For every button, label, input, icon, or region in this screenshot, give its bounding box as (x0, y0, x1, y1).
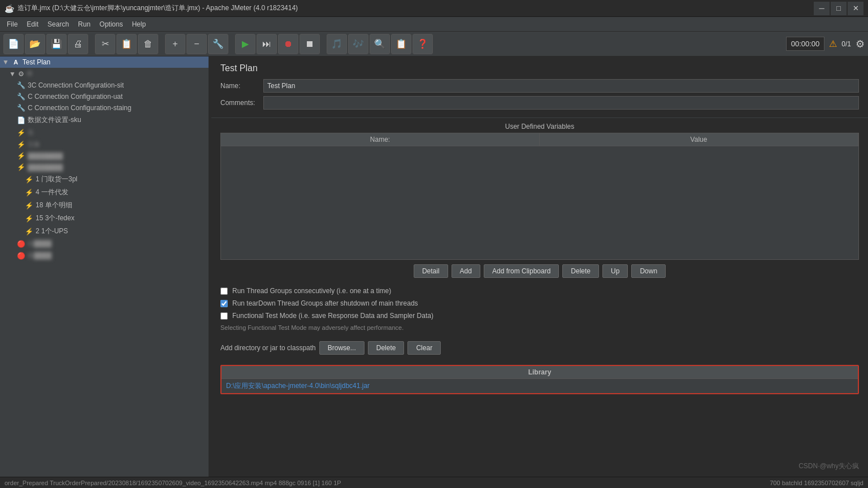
start-no-pause-button[interactable]: ⏭ (257, 34, 277, 54)
cut-button[interactable]: ✂ (95, 34, 115, 54)
detail-button[interactable]: Detail (414, 264, 448, 278)
tree-panel: ▼ A Test Plan ▼ ⚙ 单 🔧 3C Connection Conf… (0, 56, 209, 477)
table-actions: Detail Add Add from Clipboard Delete Up … (220, 264, 859, 278)
open-button[interactable]: 📂 (25, 34, 45, 54)
tree-item-conn-sit[interactable]: 🔧 3C Connection Configuration-sit (0, 80, 209, 91)
menu-file[interactable]: File (2, 19, 22, 30)
menu-options[interactable]: Options (95, 19, 127, 30)
option-row-teardown: Run tearDown Thread Groups after shutdow… (220, 299, 859, 307)
name-input[interactable] (263, 79, 859, 93)
main-layout: ▼ A Test Plan ▼ ⚙ 单 🔧 3C Connection Conf… (0, 56, 868, 477)
run-teardown-checkbox[interactable] (220, 300, 228, 307)
start-button[interactable]: ▶ (235, 34, 255, 54)
template-button[interactable]: 📋 (391, 34, 411, 54)
browse-button[interactable]: Browse... (319, 341, 364, 355)
testplan-icon: A (11, 58, 20, 66)
thread-icon: ⚡ (25, 228, 33, 236)
save-button[interactable]: 💾 (46, 34, 67, 54)
menu-help[interactable]: Help (127, 19, 150, 30)
run-consecutive-checkbox[interactable] (220, 287, 228, 295)
find-button[interactable]: 🔍 (370, 34, 390, 54)
delete-button[interactable]: Delete (562, 264, 599, 278)
stop-button[interactable]: ⏺ (278, 34, 298, 54)
clear-button[interactable]: Clear (407, 341, 441, 355)
clear-button[interactable]: 🎵 (327, 34, 347, 54)
down-button[interactable]: Down (631, 264, 666, 278)
ups-label: 2 1个-UPS (36, 226, 68, 236)
file-icon: 📄 (17, 116, 25, 124)
toggle-button[interactable]: 🔧 (208, 34, 228, 54)
functional-mode-checkbox[interactable] (220, 312, 228, 320)
collapse-button[interactable]: − (186, 34, 207, 54)
conn-icon: 🔧 (17, 81, 25, 89)
conn-label: 3C Connection Configuration-sit (28, 81, 124, 89)
tree-item-result2[interactable]: 🔴 统████ (0, 250, 209, 262)
option-row-consecutive: Run Thread Groups consecutively (i.e. on… (220, 287, 859, 295)
menu-run[interactable]: Run (73, 19, 95, 30)
add-button[interactable]: Add (452, 264, 480, 278)
tree-item-ups[interactable]: ⚡ 2 1个-UPS (0, 225, 209, 238)
menu-bar: File Edit Search Run Options Help (0, 17, 868, 32)
tree-item-result1[interactable]: 🔴 结████ (0, 238, 209, 250)
save-as-button[interactable]: 🖨 (68, 34, 88, 54)
name-label: 名 (28, 128, 34, 137)
result-icon: 🔴 (17, 240, 25, 248)
tree-item-datafile[interactable]: 📄 数据文件设置-sku (0, 114, 209, 127)
tree-item-group[interactable]: ▼ ⚙ 单 (0, 68, 209, 80)
tree-item-conn-staing[interactable]: 🔧 C Connection Configuration-staing (0, 102, 209, 114)
settings-icon[interactable]: ⚙ (856, 38, 865, 50)
tree-item-dange[interactable]: ⚡ 18 单个明细 (0, 199, 209, 212)
name-field-row: Name: (220, 79, 859, 93)
run-teardown-label: Run tearDown Thread Groups after shutdow… (232, 299, 418, 307)
watermark: CSDN·@why失心疯 (798, 461, 859, 471)
shutdown-button[interactable]: ⏹ (300, 34, 320, 54)
warning-icon: ⚠ (829, 38, 837, 49)
tree-item-yijian[interactable]: ⚡ 4 一件代发 (0, 186, 209, 199)
tree-item-fedex[interactable]: ⚡ 15 3个-fedex (0, 212, 209, 225)
counter-display: 0/1 (841, 40, 851, 48)
comments-label: 注备 (28, 140, 40, 149)
group-icon: ⚙ (18, 70, 24, 78)
maximize-button[interactable]: □ (831, 2, 847, 15)
copy-button[interactable]: 📋 (116, 34, 137, 54)
classpath-delete-button[interactable]: Delete (368, 341, 405, 355)
functional-note: Selecting Functional Test Mode may adver… (220, 324, 859, 331)
file-icon: ⚡ (17, 152, 25, 160)
conn-icon: 🔧 (17, 104, 25, 112)
clear-all-button[interactable]: 🎶 (348, 34, 368, 54)
close-button[interactable]: ✕ (848, 2, 863, 15)
comments-field-row: Comments: (220, 96, 859, 110)
minimize-button[interactable]: ─ (814, 2, 830, 15)
classpath-row: Add directory or jar to classpath Browse… (220, 341, 859, 355)
conn-label: C Connection Configuration-uat (28, 93, 123, 101)
help-button[interactable]: ❓ (413, 34, 433, 54)
menu-edit[interactable]: Edit (22, 19, 43, 30)
dange-label: 18 单个明细 (36, 201, 72, 210)
window-title: 造订单.jmx (D:\大健云仓\jmter脚本\yuncangjmter\造订… (18, 3, 814, 13)
vars-value-header: Value (540, 133, 858, 146)
up-button[interactable]: Up (602, 264, 628, 278)
tree-item-testplan[interactable]: ▼ A Test Plan (0, 56, 209, 68)
file-icon: ⚡ (17, 129, 25, 137)
tree-item-name[interactable]: ⚡ 名 (0, 127, 209, 138)
tree-item-comments[interactable]: ⚡ 注备 (0, 138, 209, 150)
paste-button[interactable]: 🗑 (138, 34, 158, 54)
tree-item-mengqu[interactable]: ⚡ 1 门取货一3pl (0, 173, 209, 186)
vars-name-header: Name: (221, 133, 540, 146)
window-controls: ─ □ ✕ (814, 2, 863, 15)
expand-arrow: ▼ (9, 70, 16, 78)
vars-header-row: Name: Value (221, 133, 858, 146)
menu-search[interactable]: Search (43, 19, 73, 30)
tree-item-conn-uat[interactable]: 🔧 C Connection Configuration-uat (0, 91, 209, 102)
tree-item-blurred2[interactable]: ⚡ ████████ (0, 162, 209, 173)
tree-item-blurred1[interactable]: ⚡ ████████ (0, 150, 209, 162)
add-from-clipboard-button[interactable]: Add from Clipboard (484, 264, 559, 278)
vars-section: User Defined Variables Name: Value (220, 123, 859, 260)
comments-input[interactable] (263, 96, 859, 110)
expand-button[interactable]: + (165, 34, 185, 54)
thread-icon: ⚡ (25, 215, 33, 223)
library-row[interactable]: D:\应用安装\apache-jmeter-4.0\bin\sqljdbc41.… (222, 379, 858, 394)
new-button[interactable]: 📄 (3, 34, 24, 54)
library-path: D:\应用安装\apache-jmeter-4.0\bin\sqljdbc41.… (222, 379, 858, 394)
content-panel: Test Plan Name: Comments: User Defined V… (211, 56, 868, 477)
